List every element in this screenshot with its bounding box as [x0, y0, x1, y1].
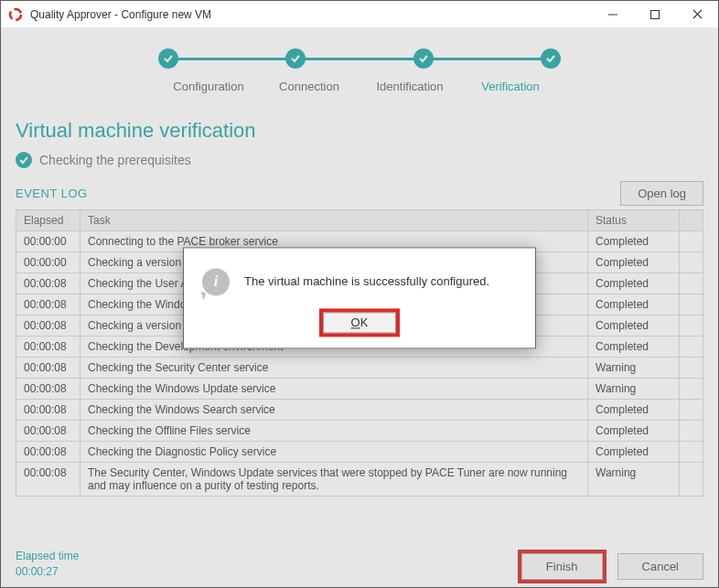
- table-row[interactable]: 00:00:08Checking the Windows Search serv…: [16, 400, 703, 421]
- cell-task: The Security Center, Windows Update serv…: [80, 463, 588, 497]
- minimize-button[interactable]: [592, 1, 634, 27]
- svg-point-0: [10, 9, 21, 20]
- cell-elapsed: 00:00:08: [16, 337, 80, 358]
- cell-elapsed: 00:00:08: [16, 442, 80, 463]
- cell-spacer: [680, 442, 703, 463]
- cell-spacer: [680, 231, 703, 252]
- elapsed-value: 00:00:27: [16, 564, 79, 580]
- open-log-button[interactable]: Open log: [620, 181, 703, 206]
- cell-status: Completed: [588, 294, 680, 315]
- table-header-row: Elapsed Task Status: [16, 210, 703, 231]
- step-dot-verification[interactable]: [541, 48, 561, 69]
- app-logo-icon: [8, 7, 23, 22]
- cell-elapsed: 00:00:08: [16, 379, 80, 400]
- app-window: Quality Approver - Configure new VM: [0, 0, 719, 588]
- col-task[interactable]: Task: [80, 210, 588, 231]
- info-icon: i: [202, 268, 230, 295]
- event-log-title: EVENT LOG: [16, 187, 88, 200]
- cell-status: Completed: [588, 337, 680, 358]
- table-row[interactable]: 00:00:08The Security Center, Windows Upd…: [16, 463, 703, 497]
- step-label[interactable]: Connection: [259, 80, 360, 93]
- cell-elapsed: 00:00:08: [16, 358, 80, 379]
- col-status[interactable]: Status: [588, 210, 680, 231]
- content-area: Configuration Connection Identification …: [1, 28, 718, 587]
- cell-spacer: [680, 358, 703, 379]
- cell-task: Checking the Security Center service: [80, 358, 588, 379]
- cell-elapsed: 00:00:08: [16, 400, 80, 421]
- cell-task: Checking the Windows Update service: [80, 379, 588, 400]
- close-button[interactable]: [676, 1, 718, 27]
- prerequisites-label: Checking the prerequisites: [39, 153, 191, 167]
- col-spacer: [680, 210, 703, 231]
- cell-status: Warning: [588, 463, 680, 497]
- cell-elapsed: 00:00:08: [16, 273, 80, 294]
- check-icon: [16, 152, 32, 168]
- ok-button[interactable]: OK: [323, 312, 397, 333]
- cell-elapsed: 00:00:08: [16, 421, 80, 442]
- cell-status: Completed: [588, 252, 680, 273]
- dialog-message: The virtual machine is successfully conf…: [244, 274, 489, 288]
- titlebar: Quality Approver - Configure new VM: [1, 1, 718, 28]
- cell-elapsed: 00:00:08: [16, 294, 80, 315]
- cell-spacer: [680, 379, 703, 400]
- cell-task: Checking the Offline Files service: [80, 421, 588, 442]
- step-label-active[interactable]: Verification: [460, 80, 561, 93]
- cell-status: Completed: [588, 273, 680, 294]
- footer: Elapsed time 00:00:27 Finish Cancel: [16, 532, 703, 580]
- cell-spacer: [680, 252, 703, 273]
- cell-task: Checking the Diagnostic Policy service: [80, 442, 588, 463]
- prerequisites-row: Checking the prerequisites: [16, 152, 703, 168]
- window-title: Quality Approver - Configure new VM: [30, 8, 592, 21]
- table-row[interactable]: 00:00:08Checking the Security Center ser…: [16, 358, 703, 379]
- step-label[interactable]: Identification: [360, 80, 460, 93]
- cell-spacer: [680, 400, 703, 421]
- elapsed-time-box: Elapsed time 00:00:27: [16, 549, 79, 580]
- cell-status: Completed: [588, 442, 680, 463]
- step-label[interactable]: Configuration: [158, 80, 259, 93]
- cell-spacer: [680, 315, 703, 337]
- step-dot-configuration[interactable]: [158, 48, 178, 69]
- col-elapsed[interactable]: Elapsed: [16, 210, 80, 231]
- cell-elapsed: 00:00:08: [16, 315, 80, 337]
- table-row[interactable]: 00:00:08Checking the Windows Update serv…: [16, 379, 703, 400]
- cell-status: Completed: [588, 400, 680, 421]
- cell-status: Warning: [588, 358, 680, 379]
- wizard-stepper: Configuration Connection Identification …: [16, 48, 703, 93]
- cell-spacer: [680, 294, 703, 315]
- step-dot-connection[interactable]: [285, 48, 306, 69]
- cell-spacer: [680, 337, 703, 358]
- svg-rect-2: [651, 10, 660, 18]
- cell-status: Completed: [588, 421, 680, 442]
- cell-spacer: [680, 421, 703, 442]
- elapsed-label: Elapsed time: [16, 549, 79, 564]
- success-dialog: i The virtual machine is successfully co…: [183, 247, 536, 348]
- cell-task: Checking the Windows Search service: [80, 400, 588, 421]
- step-dot-identification[interactable]: [413, 48, 434, 69]
- maximize-button[interactable]: [634, 1, 676, 27]
- cell-elapsed: 00:00:00: [16, 252, 80, 273]
- cell-status: Completed: [588, 315, 680, 337]
- cell-status: Completed: [588, 231, 680, 252]
- table-row[interactable]: 00:00:08Checking the Offline Files servi…: [16, 421, 703, 442]
- window-controls: [592, 1, 718, 27]
- cell-elapsed: 00:00:00: [16, 231, 80, 252]
- page-title: Virtual machine verification: [16, 119, 703, 143]
- cancel-button[interactable]: Cancel: [617, 553, 703, 580]
- cell-status: Warning: [588, 379, 680, 400]
- table-row[interactable]: 00:00:08Checking the Diagnostic Policy s…: [16, 442, 703, 463]
- cell-spacer: [680, 463, 703, 497]
- cell-elapsed: 00:00:08: [16, 463, 80, 497]
- finish-button[interactable]: Finish: [521, 553, 603, 580]
- cell-spacer: [680, 273, 703, 294]
